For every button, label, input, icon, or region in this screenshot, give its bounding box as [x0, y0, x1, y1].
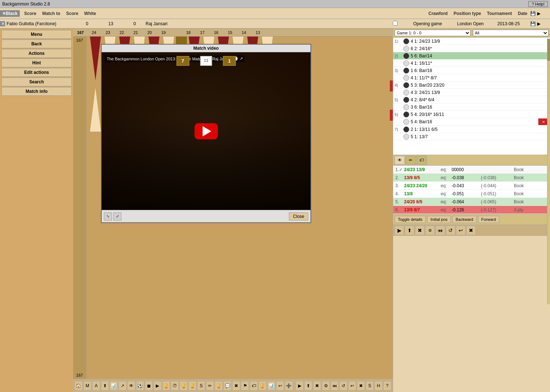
first-tb-btn[interactable]: ⏮	[331, 381, 339, 391]
move-row-5-white[interactable]: 3 6: Bar/16	[393, 103, 550, 111]
refresh-rn-btn[interactable]: ↺	[446, 226, 455, 235]
up-tb-btn[interactable]: ⬆	[304, 381, 312, 391]
search-button[interactable]: Search	[1, 78, 72, 86]
play-button[interactable]	[195, 123, 218, 139]
refresh-tb-btn[interactable]: ↺	[339, 381, 347, 391]
shrink-icon[interactable]: ⤡	[104, 212, 112, 220]
gear-tb-btn[interactable]: ⚙	[322, 381, 330, 391]
score-7: 7	[176, 56, 189, 66]
move-row-1-white[interactable]: 6 2: 24/16*	[393, 45, 550, 52]
undo-rn-btn[interactable]: ↩	[456, 226, 466, 235]
trophy2-tb-btn[interactable]: 🏆	[180, 381, 188, 391]
bar-tb-btn[interactable]: 📊	[267, 381, 275, 391]
move-row-3-black[interactable]: 3) 1 6: Bar/18	[393, 67, 550, 74]
filter-select[interactable]: All	[473, 30, 549, 36]
move-row-2-black[interactable]: 2) 5 6: Bar/14	[393, 52, 550, 60]
x2-rn-btn[interactable]: ✖	[466, 226, 476, 235]
move-row-2-white[interactable]: 4 1: 16/11*	[393, 60, 550, 67]
crawford-checkbox[interactable]	[393, 21, 398, 26]
analysis-row-2[interactable]: 2. 13/9 6/5 eq: -0.038 (-0.038) Book	[393, 174, 550, 182]
save-icon[interactable]: 💾	[530, 11, 536, 16]
back-button[interactable]: Back	[1, 39, 72, 48]
move-row-4-black[interactable]: 4) 5 3: Bar/20 23/20	[393, 82, 550, 89]
trophy-tb-btn[interactable]: 🏆	[162, 381, 170, 391]
match-info-button[interactable]: Match info	[1, 87, 72, 96]
move-row-4-white[interactable]: 4 3: 24/21 13/9	[393, 89, 550, 96]
play-data-icon[interactable]: ▶	[537, 21, 540, 26]
actions-button[interactable]: Actions	[1, 49, 72, 58]
scrollbar-thumb[interactable]	[547, 39, 550, 61]
move-row-3-white[interactable]: 4 1: 11/7* 8/7	[393, 74, 550, 82]
ar-move-6: 13/9 8/7	[404, 207, 441, 212]
move-row-7-black[interactable]: 7) 2 1: 13/11 6/5	[393, 126, 550, 133]
hint-button[interactable]: Hint	[1, 59, 72, 67]
upload-tb-btn[interactable]: ⬆	[101, 381, 109, 391]
expand-icon[interactable]: ⤢	[113, 212, 121, 220]
trend-tb-btn[interactable]: ↗	[118, 381, 127, 391]
flag-tb-btn[interactable]: ⚑	[241, 381, 249, 391]
save-data-icon[interactable]: 💾	[530, 21, 536, 26]
analysis-row-6[interactable]: 6. 13/9 8/7 eq: -0.126 (-0.127) 3-ply	[393, 206, 550, 214]
export-icon[interactable]: ▶	[537, 11, 540, 16]
s-tb-btn[interactable]: S	[197, 381, 205, 391]
view-tab[interactable]: 👁	[395, 156, 405, 165]
undo-tb-btn[interactable]: ↩	[276, 381, 284, 391]
x-tb-btn[interactable]: ✖	[232, 381, 240, 391]
plus-tb-btn[interactable]: ➕	[285, 381, 293, 391]
move-row-7-white[interactable]: 5 1: 13/7	[393, 133, 550, 140]
eye-tb-btn[interactable]: 👁	[127, 381, 135, 391]
black-checker-4	[403, 82, 409, 88]
play-tb-btn[interactable]: ▶	[154, 381, 162, 391]
backward-btn[interactable]: Backward	[452, 216, 476, 223]
help-button[interactable]: ? Help!	[528, 1, 548, 7]
back-tb-btn[interactable]: ↩	[348, 381, 356, 391]
x2-tb-btn[interactable]: ✖	[357, 381, 365, 391]
initial-pos-btn[interactable]: Initial pos	[427, 216, 451, 223]
gear-rn-btn[interactable]: ⚙	[425, 226, 435, 235]
toggle-details-btn[interactable]: Toggle details	[395, 216, 426, 223]
move-row-6-black[interactable]: 6) 5 4: 20/16* 16/11	[393, 111, 550, 118]
clock-tb-btn[interactable]: ⏱	[171, 381, 179, 391]
play-rn-btn[interactable]: ▶	[395, 226, 404, 235]
match-to-val: 13	[98, 21, 124, 26]
chat-tb-btn[interactable]: 💬	[223, 381, 231, 391]
analysis-row-3[interactable]: 3. 24/23 24/20 eq: -0.043 (-0.044) Book	[393, 182, 550, 190]
m-tb-btn[interactable]: M	[83, 381, 91, 391]
tag-tab[interactable]: 🏷	[417, 156, 427, 165]
analysis-row-4[interactable]: 4. 13/8 eq: -0.051 (-0.051) Book	[393, 190, 550, 198]
trophy5-tb-btn[interactable]: 🏆	[259, 381, 267, 391]
ar-num-5: 5.	[395, 199, 404, 204]
ruler-23: 23	[101, 30, 115, 35]
black-label: ✕Black	[0, 10, 20, 17]
pencil-tb-btn[interactable]: ✏	[206, 381, 214, 391]
forward-btn[interactable]: Forward	[478, 216, 499, 223]
analysis-row-1[interactable]: 1.✓ 24/23 13/9 eq: 00000 Book	[393, 166, 550, 174]
play2-tb-btn[interactable]: ▶	[295, 381, 304, 391]
move-row-6-white[interactable]: 5 4: Bar/16 ✕	[393, 118, 550, 126]
edit-tab[interactable]: ✏	[406, 156, 416, 165]
game-select[interactable]: Game 1: 0 - 0	[395, 30, 471, 36]
a-tb-btn[interactable]: A	[92, 381, 100, 391]
s2-tb-btn[interactable]: S	[366, 381, 374, 391]
first-rn-btn[interactable]: ⏮	[436, 226, 445, 235]
close-button[interactable]: Close	[289, 212, 308, 220]
move-row-1-black[interactable]: 1) 4 1: 24/23 13/9	[393, 38, 550, 45]
home-tb-btn[interactable]: 🏠	[75, 381, 83, 391]
chart-tb-btn[interactable]: 📊	[110, 381, 118, 391]
x-rn-btn[interactable]: ✖	[415, 226, 425, 235]
trophy4-tb-btn[interactable]: 🏆	[215, 381, 223, 391]
soccer-tb-btn[interactable]: ⚽	[136, 381, 144, 391]
share-icon[interactable]: ↗	[240, 56, 243, 61]
tag-tb-btn[interactable]: 🏷	[250, 381, 258, 391]
stop-tb-btn[interactable]: ◼	[145, 381, 153, 391]
up-rn-btn[interactable]: ⬆	[405, 226, 414, 235]
h-tb-btn[interactable]: H	[374, 381, 383, 391]
menu-button[interactable]: Menu	[1, 30, 72, 39]
scrollbar-track[interactable]	[547, 39, 550, 304]
trophy3-tb-btn[interactable]: 🏆	[188, 381, 196, 391]
close-tb-btn[interactable]: ✖	[313, 381, 321, 391]
analysis-row-5[interactable]: 5. 24/20 6/5 eq: -0.064 (-0.065) Book	[393, 198, 550, 206]
move-row-5-black[interactable]: 5) 4 2: 8/4* 6/4	[393, 96, 550, 103]
question-tb-btn[interactable]: ?	[383, 381, 391, 391]
edit-actions-button[interactable]: Edit actions	[1, 68, 72, 77]
